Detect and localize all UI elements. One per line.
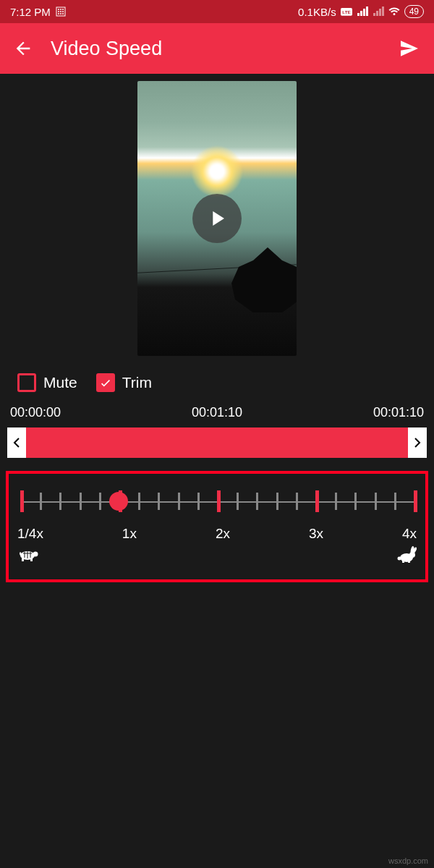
- trim-track[interactable]: [26, 427, 408, 458]
- app-bar: Video Speed: [0, 23, 434, 74]
- svg-point-9: [62, 13, 64, 14]
- speed-slider[interactable]: [20, 487, 414, 516]
- speed-tick: [158, 493, 160, 510]
- play-button[interactable]: [192, 194, 242, 243]
- speed-tick: [40, 493, 42, 510]
- mute-label: Mute: [43, 374, 77, 391]
- trim-label: Trim: [122, 374, 152, 391]
- speed-panel: 1/4x 1x 2x 3x 4x: [6, 471, 428, 582]
- speed-tick: [375, 493, 377, 510]
- checkbox-box-checked: [96, 373, 115, 392]
- speed-label-0: 1/4x: [17, 526, 43, 542]
- time-current: 00:01:10: [192, 405, 242, 420]
- trim-slider[interactable]: [7, 427, 427, 458]
- speed-label-4: 4x: [402, 526, 417, 542]
- chevron-right-icon: [414, 438, 421, 448]
- options-row: Mute Trim: [0, 363, 434, 398]
- checkbox-box: [17, 373, 36, 392]
- speed-labels: 1/4x 1x 2x 3x 4x: [17, 526, 417, 542]
- svg-point-1: [58, 9, 59, 10]
- svg-text:LTE: LTE: [342, 9, 350, 14]
- speed-label-2: 2x: [216, 526, 230, 542]
- speed-tick: [59, 493, 61, 510]
- speed-label-3: 3x: [309, 526, 323, 542]
- svg-rect-21: [402, 561, 404, 563]
- speed-tick: [296, 493, 298, 510]
- check-icon: [99, 376, 112, 389]
- speed-tick: [276, 493, 278, 510]
- svg-point-6: [62, 11, 64, 12]
- volte-icon: LTE: [341, 6, 352, 17]
- grid-icon: [55, 6, 67, 17]
- chevron-left-icon: [13, 438, 20, 448]
- svg-point-13: [33, 552, 38, 557]
- svg-point-20: [398, 557, 401, 561]
- signal-2-icon: [373, 6, 384, 17]
- trim-handle-right[interactable]: [408, 427, 427, 458]
- svg-point-5: [60, 11, 61, 12]
- speed-tick: [138, 493, 140, 510]
- time-end: 00:01:10: [373, 405, 424, 420]
- time-start: 00:00:00: [10, 405, 61, 420]
- svg-point-3: [62, 9, 64, 10]
- page-title: Video Speed: [51, 38, 380, 60]
- speed-tick: [394, 493, 396, 510]
- speed-tick: [315, 490, 319, 512]
- battery-indicator: 49: [404, 5, 424, 18]
- svg-rect-14: [22, 558, 24, 561]
- rabbit-icon: [396, 546, 417, 566]
- speed-tick: [217, 490, 221, 512]
- network-speed: 0.1KB/s: [298, 6, 336, 18]
- signal-icon: [357, 6, 368, 17]
- mute-checkbox[interactable]: Mute: [17, 373, 77, 392]
- turtle-icon: [17, 546, 39, 566]
- wifi-icon: [388, 6, 400, 17]
- speed-tick: [335, 493, 337, 510]
- time-labels: 00:00:00 00:01:10 00:01:10: [0, 398, 434, 426]
- trim-checkbox[interactable]: Trim: [96, 373, 152, 392]
- trim-handle-left[interactable]: [7, 427, 26, 458]
- svg-rect-22: [408, 561, 410, 563]
- video-preview[interactable]: [0, 74, 434, 363]
- watermark: wsxdp.com: [388, 856, 428, 865]
- speed-tick: [256, 493, 258, 510]
- speed-label-1: 1x: [122, 526, 137, 542]
- speed-tick: [99, 493, 101, 510]
- speed-tick: [178, 493, 180, 510]
- send-button[interactable]: [398, 37, 421, 60]
- speed-tick: [80, 493, 82, 510]
- svg-point-4: [58, 11, 59, 12]
- svg-point-2: [60, 9, 61, 10]
- status-time: 7:12 PM: [10, 6, 51, 18]
- svg-rect-15: [30, 558, 33, 561]
- svg-point-7: [58, 13, 59, 14]
- speed-tick: [197, 493, 200, 510]
- back-button[interactable]: [13, 38, 33, 59]
- speed-tick: [20, 490, 24, 512]
- status-bar: 7:12 PM 0.1KB/s LTE 49: [0, 0, 434, 23]
- speed-tick: [414, 490, 417, 512]
- speed-tick: [237, 493, 239, 510]
- svg-point-8: [60, 13, 61, 14]
- speed-tick: [354, 493, 357, 510]
- speed-thumb[interactable]: [109, 492, 128, 511]
